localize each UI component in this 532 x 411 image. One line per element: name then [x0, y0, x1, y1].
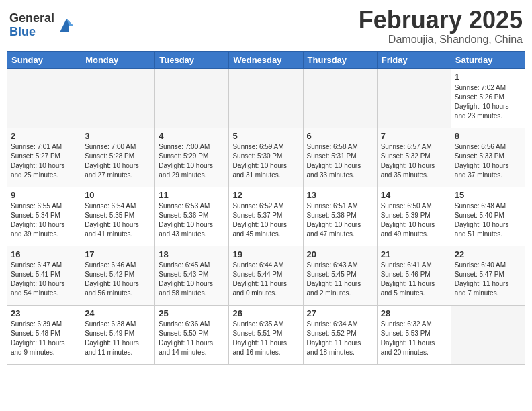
day-info: Sunrise: 6:32 AMSunset: 5:53 PMDaylight:…	[381, 320, 447, 357]
calendar-cell: 27Sunrise: 6:34 AMSunset: 5:52 PMDayligh…	[303, 305, 377, 364]
day-number: 26	[232, 308, 299, 318]
week-row-5: 23Sunrise: 6:39 AMSunset: 5:48 PMDayligh…	[7, 305, 525, 364]
day-number: 7	[381, 131, 447, 141]
day-number: 3	[85, 131, 151, 141]
calendar-cell	[81, 68, 155, 128]
logo: General Blue	[9, 12, 76, 39]
day-info: Sunrise: 7:00 AMSunset: 5:28 PMDaylight:…	[85, 142, 151, 180]
weekday-header-sunday: Sunday	[7, 51, 81, 68]
calendar-cell: 10Sunrise: 6:54 AMSunset: 5:35 PMDayligh…	[81, 187, 155, 246]
day-number: 1	[455, 72, 521, 82]
week-row-2: 2Sunrise: 7:01 AMSunset: 5:27 PMDaylight…	[7, 128, 525, 187]
calendar-cell: 1Sunrise: 7:02 AMSunset: 5:26 PMDaylight…	[451, 68, 525, 128]
day-info: Sunrise: 6:56 AMSunset: 5:33 PMDaylight:…	[455, 142, 521, 180]
day-info: Sunrise: 6:51 AMSunset: 5:38 PMDaylight:…	[307, 201, 373, 239]
week-row-4: 16Sunrise: 6:47 AMSunset: 5:41 PMDayligh…	[7, 246, 525, 305]
day-info: Sunrise: 6:38 AMSunset: 5:49 PMDaylight:…	[85, 320, 151, 357]
weekday-header-friday: Friday	[377, 51, 451, 68]
day-number: 27	[307, 308, 373, 318]
calendar-cell	[155, 68, 229, 128]
calendar-cell: 4Sunrise: 7:00 AMSunset: 5:29 PMDaylight…	[155, 128, 229, 187]
calendar-cell: 3Sunrise: 7:00 AMSunset: 5:28 PMDaylight…	[81, 128, 155, 187]
day-number: 8	[455, 131, 521, 141]
day-info: Sunrise: 7:01 AMSunset: 5:27 PMDaylight:…	[11, 142, 77, 180]
day-number: 25	[159, 308, 225, 318]
weekday-header-saturday: Saturday	[451, 51, 525, 68]
day-info: Sunrise: 6:57 AMSunset: 5:32 PMDaylight:…	[381, 142, 447, 180]
calendar-cell	[303, 68, 377, 128]
day-info: Sunrise: 6:44 AMSunset: 5:44 PMDaylight:…	[232, 261, 299, 298]
day-number: 17	[85, 249, 151, 259]
calendar-cell: 18Sunrise: 6:45 AMSunset: 5:43 PMDayligh…	[155, 246, 229, 305]
weekday-header-tuesday: Tuesday	[155, 51, 229, 68]
weekday-header-wednesday: Wednesday	[229, 51, 303, 68]
day-info: Sunrise: 7:00 AMSunset: 5:29 PMDaylight:…	[159, 142, 225, 180]
calendar-cell: 23Sunrise: 6:39 AMSunset: 5:48 PMDayligh…	[7, 305, 81, 364]
day-number: 28	[381, 308, 447, 318]
logo-blue-text: Blue	[9, 26, 54, 39]
calendar-cell: 16Sunrise: 6:47 AMSunset: 5:41 PMDayligh…	[7, 246, 81, 305]
day-info: Sunrise: 6:43 AMSunset: 5:45 PMDaylight:…	[307, 261, 373, 298]
calendar-cell: 15Sunrise: 6:48 AMSunset: 5:40 PMDayligh…	[451, 187, 525, 246]
calendar-cell	[377, 68, 451, 128]
calendar-cell: 7Sunrise: 6:57 AMSunset: 5:32 PMDaylight…	[377, 128, 451, 187]
day-number: 4	[159, 131, 225, 141]
weekday-header-monday: Monday	[81, 51, 155, 68]
day-number: 20	[307, 249, 373, 259]
day-number: 15	[455, 190, 521, 200]
day-info: Sunrise: 6:36 AMSunset: 5:50 PMDaylight:…	[159, 320, 225, 357]
weekday-header-row: SundayMondayTuesdayWednesdayThursdayFrid…	[7, 51, 525, 68]
day-info: Sunrise: 6:41 AMSunset: 5:46 PMDaylight:…	[381, 261, 447, 298]
calendar-cell: 21Sunrise: 6:41 AMSunset: 5:46 PMDayligh…	[377, 246, 451, 305]
calendar-cell: 12Sunrise: 6:52 AMSunset: 5:37 PMDayligh…	[229, 187, 303, 246]
day-info: Sunrise: 6:50 AMSunset: 5:39 PMDaylight:…	[381, 201, 447, 239]
day-number: 24	[85, 308, 151, 318]
calendar-cell: 26Sunrise: 6:35 AMSunset: 5:51 PMDayligh…	[229, 305, 303, 364]
page-header: General Blue February 2025 Damoujia, Sha…	[7, 7, 525, 46]
calendar-cell	[229, 68, 303, 128]
day-info: Sunrise: 6:53 AMSunset: 5:36 PMDaylight:…	[159, 201, 225, 239]
calendar-table: SundayMondayTuesdayWednesdayThursdayFrid…	[7, 51, 525, 365]
day-number: 10	[85, 190, 151, 200]
title-block: February 2025 Damoujia, Shandong, China	[359, 7, 523, 46]
week-row-3: 9Sunrise: 6:55 AMSunset: 5:34 PMDaylight…	[7, 187, 525, 246]
logo-icon	[57, 16, 76, 35]
day-info: Sunrise: 6:35 AMSunset: 5:51 PMDaylight:…	[232, 320, 299, 357]
day-info: Sunrise: 6:59 AMSunset: 5:30 PMDaylight:…	[232, 142, 299, 180]
day-number: 5	[232, 131, 299, 141]
day-info: Sunrise: 6:45 AMSunset: 5:43 PMDaylight:…	[159, 261, 225, 298]
calendar-cell: 25Sunrise: 6:36 AMSunset: 5:50 PMDayligh…	[155, 305, 229, 364]
calendar-cell: 24Sunrise: 6:38 AMSunset: 5:49 PMDayligh…	[81, 305, 155, 364]
day-number: 21	[381, 249, 447, 259]
week-row-1: 1Sunrise: 7:02 AMSunset: 5:26 PMDaylight…	[7, 68, 525, 128]
day-number: 16	[11, 249, 77, 259]
calendar-cell: 20Sunrise: 6:43 AMSunset: 5:45 PMDayligh…	[303, 246, 377, 305]
day-info: Sunrise: 6:48 AMSunset: 5:40 PMDaylight:…	[455, 201, 521, 239]
calendar-cell: 6Sunrise: 6:58 AMSunset: 5:31 PMDaylight…	[303, 128, 377, 187]
day-number: 23	[11, 308, 77, 318]
calendar-cell: 2Sunrise: 7:01 AMSunset: 5:27 PMDaylight…	[7, 128, 81, 187]
calendar-cell: 11Sunrise: 6:53 AMSunset: 5:36 PMDayligh…	[155, 187, 229, 246]
calendar-cell: 19Sunrise: 6:44 AMSunset: 5:44 PMDayligh…	[229, 246, 303, 305]
day-info: Sunrise: 7:02 AMSunset: 5:26 PMDaylight:…	[455, 83, 521, 121]
day-number: 22	[455, 249, 521, 259]
day-number: 14	[381, 190, 447, 200]
logo-general-text: General	[9, 12, 54, 26]
day-number: 12	[232, 190, 299, 200]
day-number: 13	[307, 190, 373, 200]
day-info: Sunrise: 6:47 AMSunset: 5:41 PMDaylight:…	[11, 261, 77, 298]
calendar-cell: 17Sunrise: 6:46 AMSunset: 5:42 PMDayligh…	[81, 246, 155, 305]
day-info: Sunrise: 6:55 AMSunset: 5:34 PMDaylight:…	[11, 201, 77, 239]
calendar-cell: 22Sunrise: 6:40 AMSunset: 5:47 PMDayligh…	[451, 246, 525, 305]
calendar-cell	[7, 68, 81, 128]
day-number: 18	[159, 249, 225, 259]
day-number: 9	[11, 190, 77, 200]
day-info: Sunrise: 6:40 AMSunset: 5:47 PMDaylight:…	[455, 261, 521, 298]
day-info: Sunrise: 6:54 AMSunset: 5:35 PMDaylight:…	[85, 201, 151, 239]
day-number: 2	[11, 131, 77, 141]
calendar-cell: 13Sunrise: 6:51 AMSunset: 5:38 PMDayligh…	[303, 187, 377, 246]
day-number: 19	[232, 249, 299, 259]
day-info: Sunrise: 6:58 AMSunset: 5:31 PMDaylight:…	[307, 142, 373, 180]
location-subtitle: Damoujia, Shandong, China	[359, 34, 523, 46]
calendar-cell: 28Sunrise: 6:32 AMSunset: 5:53 PMDayligh…	[377, 305, 451, 364]
